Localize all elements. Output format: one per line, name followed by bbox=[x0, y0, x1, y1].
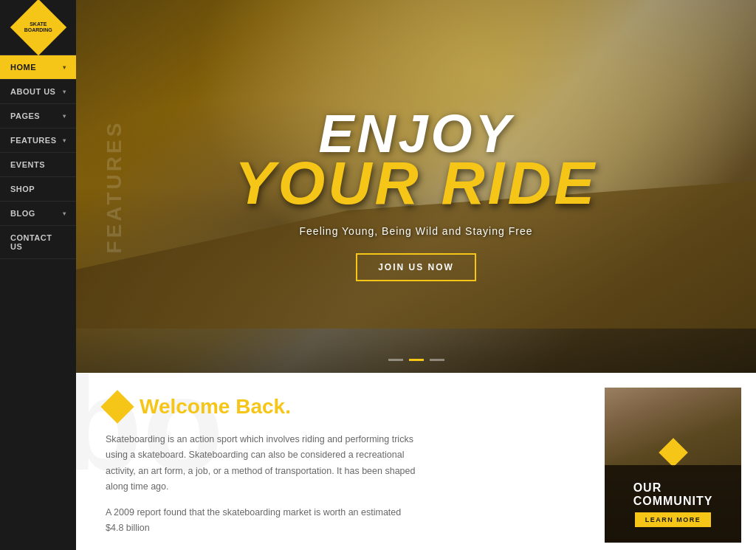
sidebar-item-features[interactable]: FEATURES▾ bbox=[0, 128, 76, 153]
community-learn-more-button[interactable]: LEARN MORE bbox=[635, 512, 712, 527]
nav-label: CONTACT US bbox=[10, 233, 66, 251]
logo: SKATE BOARDING bbox=[0, 0, 76, 55]
sidebar-item-about-us[interactable]: ABOUT US▾ bbox=[0, 80, 76, 104]
nav-menu: HOME▾ABOUT US▾PAGES▾FEATURES▾EVENTSSHOPB… bbox=[0, 55, 76, 259]
nav-label: PAGES bbox=[10, 111, 40, 120]
nav-arrow: ▾ bbox=[63, 89, 66, 95]
hero-content: ENJOY YOUR RIDE Feeling Young, Being Wil… bbox=[76, 0, 756, 373]
hero-subtitle: Feeling Young, Being Wild and Staying Fr… bbox=[300, 225, 533, 237]
hero-dot-2[interactable] bbox=[409, 359, 424, 361]
logo-diamond: SKATE BOARDING bbox=[10, 0, 66, 55]
sidebar-item-pages[interactable]: PAGES▾ bbox=[0, 104, 76, 128]
bottom-section: bo Welcome Back. Skateboarding is an act… bbox=[76, 373, 756, 550]
sidebar-item-home[interactable]: HOME▾ bbox=[0, 55, 76, 80]
nav-label: SHOP bbox=[10, 185, 35, 193]
nav-label: ABOUT US bbox=[10, 87, 55, 96]
sidebar-item-contact-us[interactable]: CONTACT US bbox=[0, 226, 76, 259]
sidebar-item-blog[interactable]: BLOG▾ bbox=[0, 202, 76, 226]
nav-label: HOME bbox=[10, 63, 36, 72]
hero-dot-1[interactable] bbox=[388, 359, 403, 361]
hero-dots bbox=[388, 359, 444, 361]
hero-section: FeaTURES ENJOY YOUR RIDE Feeling Young, … bbox=[76, 0, 756, 373]
nav-label: EVENTS bbox=[10, 160, 45, 169]
nav-arrow: ▾ bbox=[63, 64, 66, 71]
main-content: FeaTURES ENJOY YOUR RIDE Feeling Young, … bbox=[76, 0, 756, 550]
welcome-section: Welcome Back. Skateboarding is an action… bbox=[76, 373, 605, 550]
logo-text: SKATE BOARDING bbox=[24, 21, 52, 34]
join-us-button[interactable]: JOIN US NOW bbox=[356, 253, 476, 281]
hero-title-ride: YOUR RIDE bbox=[235, 153, 598, 213]
welcome-para-1: Skateboarding is an action sport which i… bbox=[106, 432, 416, 495]
sidebar-item-shop[interactable]: SHOP bbox=[0, 177, 76, 202]
nav-arrow: ▾ bbox=[63, 210, 66, 217]
sidebar: SKATE BOARDING HOME▾ABOUT US▾PAGES▾FEATU… bbox=[0, 0, 76, 550]
nav-label: FEATURES bbox=[10, 136, 56, 145]
community-title: OURCOMMUNITY bbox=[633, 481, 713, 508]
nav-arrow: ▾ bbox=[63, 137, 66, 144]
welcome-para-2: A 2009 report found that the skateboardi… bbox=[106, 505, 416, 537]
nav-label: BLOG bbox=[10, 209, 35, 218]
community-background: OURCOMMUNITY LEARN MORE bbox=[605, 388, 741, 543]
welcome-heading: Welcome Back. bbox=[106, 395, 575, 419]
welcome-title: Welcome Back. bbox=[140, 395, 291, 419]
hero-dot-3[interactable] bbox=[430, 359, 444, 361]
sidebar-item-events[interactable]: EVENTS bbox=[0, 153, 76, 177]
diamond-icon bbox=[100, 390, 134, 423]
nav-arrow: ▾ bbox=[63, 113, 66, 120]
community-card: OURCOMMUNITY LEARN MORE bbox=[605, 388, 741, 543]
community-overlay: OURCOMMUNITY LEARN MORE bbox=[605, 465, 741, 543]
